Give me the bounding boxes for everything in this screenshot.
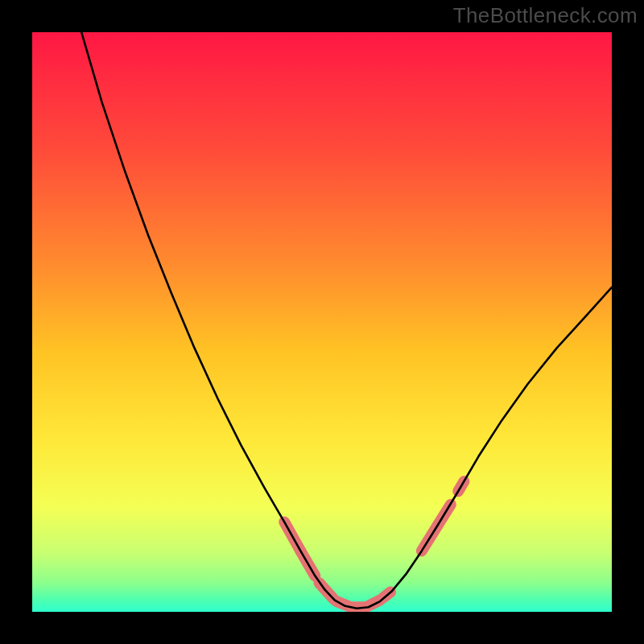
chart-container: TheBottleneck.com	[0, 0, 644, 644]
bottleneck-chart	[0, 0, 644, 644]
plot-background	[32, 32, 612, 612]
watermark-label: TheBottleneck.com	[453, 3, 638, 28]
